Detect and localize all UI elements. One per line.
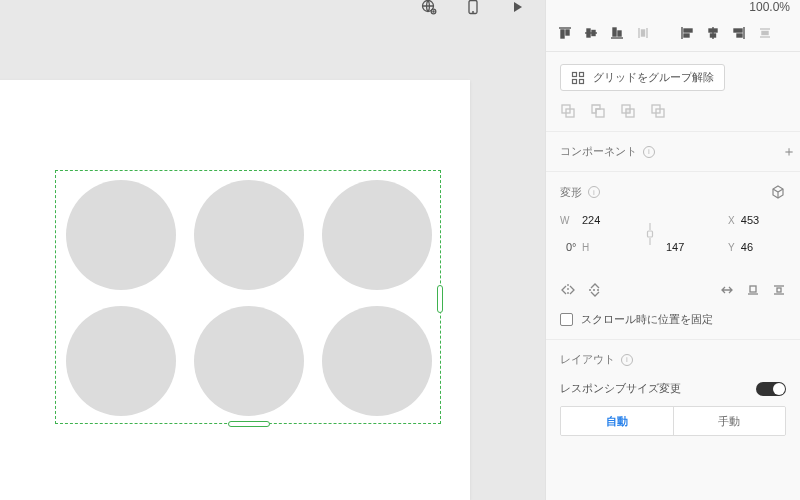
app-root: 100.0% グリッドをグループ解除	[0, 0, 800, 500]
flip-horizontal-icon[interactable]	[560, 283, 576, 297]
rotation-value: 0°	[566, 241, 577, 253]
width-input[interactable]: 224	[582, 214, 634, 226]
align-bottom-icon[interactable]	[606, 22, 628, 44]
align-row	[546, 14, 800, 52]
lock-aspect-icon[interactable]	[644, 221, 656, 247]
svg-rect-17	[684, 29, 692, 32]
option2-icon[interactable]	[746, 283, 760, 297]
info-icon[interactable]: i	[643, 146, 655, 158]
svg-rect-23	[734, 29, 742, 32]
add-component-icon[interactable]: ＋	[782, 143, 796, 161]
resize-mode-segment: 自動 手動	[560, 406, 786, 436]
distribute-h-icon	[754, 22, 776, 44]
svg-rect-18	[684, 34, 689, 37]
responsive-label: レスポンシブサイズ変更	[560, 381, 681, 396]
zoom-value[interactable]: 100.0%	[749, 0, 790, 14]
canvas-area[interactable]	[0, 0, 545, 500]
fix-scroll-label: スクロール時に位置を固定	[581, 312, 713, 327]
rotation-input[interactable]: 0°	[560, 240, 572, 254]
svg-rect-29	[580, 72, 584, 76]
svg-rect-21	[711, 34, 716, 37]
ungroup-grid-button[interactable]: グリッドをグループ解除	[560, 64, 725, 91]
svg-rect-27	[762, 31, 768, 34]
component-label: コンポーネント	[560, 144, 637, 159]
flip-vertical-icon[interactable]	[588, 282, 602, 298]
svg-rect-34	[596, 109, 604, 117]
layout-section: レイアウト i レスポンシブサイズ変更 自動 手動	[546, 340, 800, 448]
ungroup-grid-label: グリッドをグループ解除	[593, 70, 714, 85]
distribute-v-icon	[632, 22, 654, 44]
seg-manual-button[interactable]: 手動	[673, 407, 786, 435]
repeat-grid-selection[interactable]	[55, 170, 441, 424]
svg-rect-31	[580, 79, 584, 83]
w-label: W	[560, 215, 572, 226]
align-hcenter-icon[interactable]	[702, 22, 724, 44]
align-left-icon[interactable]	[676, 22, 698, 44]
flip-row	[560, 282, 786, 298]
play-icon[interactable]	[509, 0, 525, 15]
svg-rect-8	[587, 29, 590, 37]
bool-subtract-icon	[590, 103, 606, 119]
cube-3d-icon[interactable]	[770, 184, 786, 200]
boolean-ops-row	[560, 103, 786, 119]
seg-auto-button[interactable]: 自動	[561, 407, 673, 435]
svg-rect-15	[642, 30, 645, 36]
h-label: H	[582, 242, 634, 253]
transform-label: 変形	[560, 185, 582, 200]
info-icon[interactable]: i	[621, 354, 633, 366]
info-icon[interactable]: i	[588, 186, 600, 198]
svg-rect-24	[737, 34, 742, 37]
x-input[interactable]: 453	[741, 214, 759, 226]
bool-union-icon	[560, 103, 576, 119]
device-icon[interactable]	[465, 0, 481, 15]
svg-rect-6	[566, 30, 569, 35]
inspector-panel: 100.0% グリッドをグループ解除	[545, 0, 800, 500]
repeat-grid-handle-bottom[interactable]	[228, 421, 270, 427]
align-vcenter-icon[interactable]	[580, 22, 602, 44]
align-top-icon[interactable]	[554, 22, 576, 44]
svg-rect-28	[573, 72, 577, 76]
y-label: Y	[728, 242, 735, 253]
responsive-toggle[interactable]	[756, 382, 786, 396]
svg-rect-11	[613, 28, 616, 36]
component-section: コンポーネント i ＋	[546, 132, 800, 172]
height-input[interactable]: 147	[666, 241, 718, 253]
svg-rect-47	[777, 288, 781, 292]
globe-add-icon[interactable]	[421, 0, 437, 15]
layout-label: レイアウト	[560, 352, 615, 367]
repeat-grid-handle-right[interactable]	[437, 285, 443, 313]
fix-scroll-row[interactable]: スクロール時に位置を固定	[560, 312, 786, 327]
svg-rect-12	[618, 31, 621, 36]
svg-rect-5	[561, 30, 564, 38]
top-toolbar	[421, 0, 545, 14]
option3-icon[interactable]	[772, 283, 786, 297]
svg-rect-40	[648, 231, 653, 237]
svg-rect-44	[750, 286, 756, 292]
x-label: X	[728, 215, 735, 226]
svg-rect-30	[573, 79, 577, 83]
svg-rect-9	[592, 30, 595, 35]
transform-section: 変形 i W 224 X 453 0° H	[546, 172, 800, 340]
repeat-grid-section: グリッドをグループ解除	[546, 52, 800, 132]
align-to-pixel-icon[interactable]	[720, 283, 734, 297]
align-right-icon[interactable]	[728, 22, 750, 44]
bool-intersect-icon	[620, 103, 636, 119]
y-input[interactable]: 46	[741, 241, 753, 253]
svg-rect-20	[709, 29, 717, 32]
checkbox-unchecked-icon[interactable]	[560, 313, 573, 326]
bool-exclude-icon	[650, 103, 666, 119]
svg-rect-37	[626, 109, 630, 113]
zoom-row: 100.0%	[546, 0, 800, 14]
